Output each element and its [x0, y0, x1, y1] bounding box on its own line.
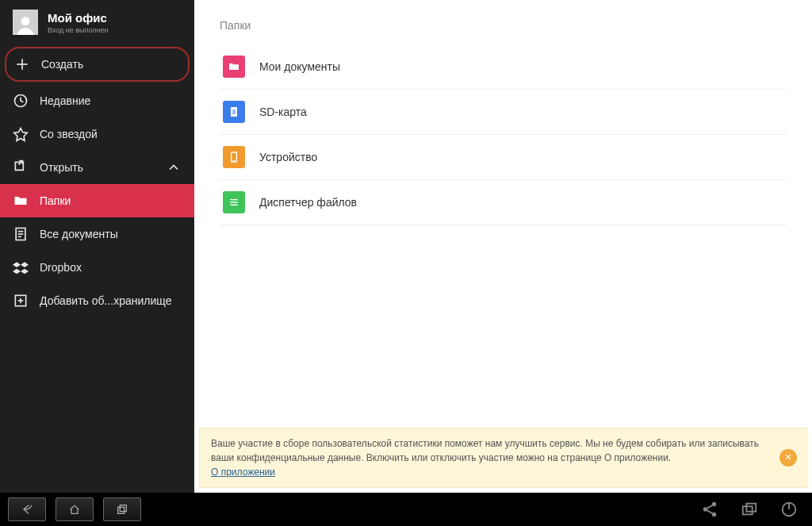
chevron-up-icon [166, 159, 182, 175]
folder-item[interactable]: Устройство [220, 135, 787, 180]
svg-point-0 [21, 17, 30, 25]
sidebar-item-alldocs[interactable]: Все документы [0, 217, 194, 251]
svg-marker-12 [21, 269, 29, 275]
add-box-icon [13, 293, 29, 309]
folder-label: Мои документы [259, 60, 340, 73]
folder-label: SD-карта [259, 106, 307, 118]
system-navigation-bar [0, 493, 812, 526]
svg-point-31 [712, 513, 717, 517]
folder-label: Диспетчер файлов [259, 196, 357, 209]
sidebar-item-addstorage[interactable]: Добавить об...хранилище [0, 284, 194, 317]
back-button[interactable] [8, 497, 46, 521]
plus-icon [14, 56, 30, 72]
svg-marker-10 [21, 262, 29, 267]
app-container: Мой офис Вход не выполнен Создать Недавн… [0, 0, 812, 493]
close-icon [784, 451, 792, 465]
folder-item[interactable]: Диспетчер файлов [220, 180, 787, 225]
alldocs-label: Все документы [40, 228, 118, 240]
folder-list: Мои документыSD-картаУстройствоДиспетчер… [220, 44, 787, 225]
sidebar: Мой офис Вход не выполнен Создать Недавн… [0, 0, 194, 493]
home-button[interactable] [56, 497, 94, 521]
profile-title: Мой офис [48, 11, 108, 25]
dropbox-label: Dropbox [40, 261, 82, 274]
document-icon [223, 101, 245, 123]
svg-line-32 [707, 505, 712, 509]
dropbox-icon [13, 259, 29, 275]
section-title: Папки [220, 19, 787, 32]
phone-icon [223, 146, 245, 168]
svg-marker-9 [13, 262, 21, 267]
notice-banner: Ваше участие в сборе пользовательской ст… [199, 428, 807, 488]
profile-subtitle: Вход не выполнен [48, 26, 108, 34]
svg-rect-28 [120, 505, 126, 512]
banner-close-button[interactable] [779, 449, 797, 466]
banner-link[interactable]: О приложении [211, 466, 275, 478]
folder-label: Устройство [259, 151, 317, 163]
folder-item[interactable]: SD-карта [220, 90, 787, 135]
power-icon[interactable] [774, 494, 804, 524]
windows-icon[interactable] [734, 494, 764, 524]
svg-marker-4 [14, 129, 28, 141]
folder-item[interactable]: Мои документы [220, 44, 787, 90]
sidebar-item-starred[interactable]: Со звездой [0, 117, 194, 151]
svg-point-29 [712, 502, 717, 507]
folder-icon [13, 193, 29, 209]
svg-marker-11 [13, 269, 21, 275]
avatar [13, 10, 38, 35]
sidebar-item-recent[interactable]: Недавние [0, 84, 194, 117]
sidebar-item-dropbox[interactable]: Dropbox [0, 251, 194, 284]
open-subitems: Папки Все документы Dropbox Добавить об.… [0, 184, 194, 317]
svg-rect-34 [743, 506, 753, 514]
recent-label: Недавние [40, 94, 90, 107]
profile-text: Мой офис Вход не выполнен [48, 11, 108, 34]
svg-rect-35 [746, 504, 756, 512]
starred-label: Со звездой [40, 128, 98, 140]
svg-line-33 [707, 510, 712, 513]
document-icon [13, 226, 29, 242]
folder-icon [223, 56, 245, 78]
addstorage-label: Добавить об...хранилище [40, 294, 172, 307]
open-icon [13, 159, 29, 175]
content-area: Папки Мои документыSD-картаУстройствоДис… [194, 0, 812, 423]
create-button[interactable]: Создать [5, 47, 190, 82]
list-icon [223, 191, 245, 213]
svg-point-30 [703, 507, 708, 512]
banner-text: Ваше участие в сборе пользовательской ст… [211, 438, 759, 463]
sidebar-item-open[interactable]: Открыть [0, 151, 194, 184]
recent-apps-button[interactable] [103, 497, 141, 521]
profile-block[interactable]: Мой офис Вход не выполнен [0, 0, 194, 44]
share-icon[interactable] [695, 494, 725, 524]
open-label: Открыть [40, 161, 83, 174]
main-content: Папки Мои документыSD-картаУстройствоДис… [194, 0, 812, 493]
create-label: Создать [41, 58, 83, 71]
clock-icon [13, 93, 29, 109]
svg-rect-27 [118, 507, 124, 513]
sidebar-item-folders[interactable]: Папки [0, 184, 194, 217]
star-icon [13, 126, 29, 142]
folders-label: Папки [40, 194, 71, 207]
